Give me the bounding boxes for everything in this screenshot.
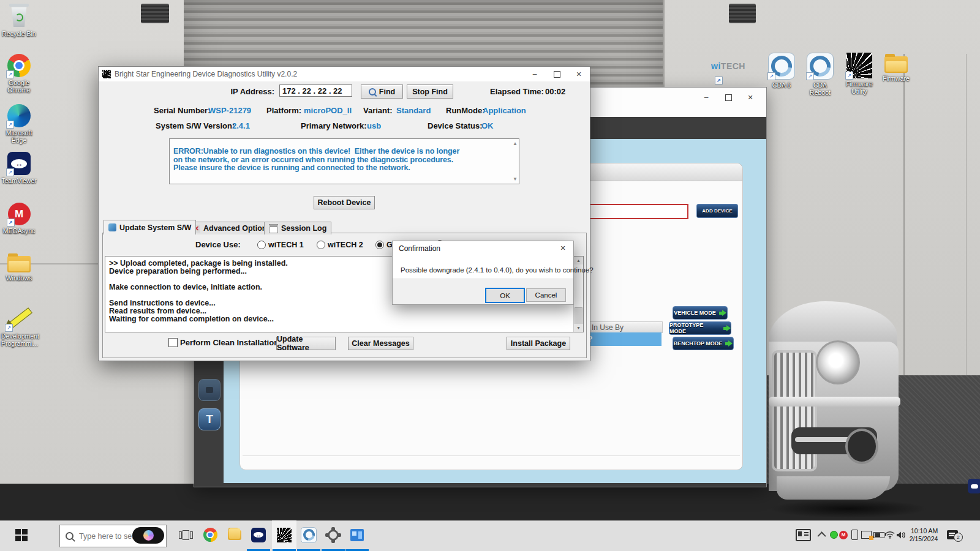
icon-label: TeamViewer bbox=[1, 177, 37, 184]
search-input[interactable] bbox=[78, 531, 135, 541]
diagnostics-message-box[interactable]: ERROR:Unable to run diagnostics on this … bbox=[169, 138, 519, 184]
taskbar-teamviewer[interactable] bbox=[246, 520, 271, 549]
tray-wifi[interactable] bbox=[884, 520, 895, 549]
task-view-button[interactable] bbox=[173, 520, 198, 549]
cancel-button[interactable]: Cancel bbox=[526, 288, 566, 302]
teamviewer-icon bbox=[251, 528, 266, 542]
car-headlight bbox=[816, 340, 860, 384]
tray-news-button[interactable] bbox=[793, 520, 813, 549]
desktop-icon-firmware-utility[interactable]: Firmware Utility bbox=[842, 53, 877, 95]
taskbar-search[interactable] bbox=[59, 525, 167, 547]
reboot-device-button[interactable]: Reboot Device bbox=[314, 196, 375, 209]
tray-expand-button[interactable] bbox=[817, 520, 828, 549]
sw-version-label: System S/W Version: bbox=[156, 121, 235, 130]
tray-megasync[interactable] bbox=[838, 520, 849, 549]
tab-advanced-options[interactable]: Advanced Options bbox=[187, 222, 276, 234]
ok-button[interactable]: OK bbox=[485, 288, 525, 303]
clear-messages-button[interactable]: Clear Messages bbox=[348, 337, 413, 350]
desktop-icon-windows-folder[interactable]: Windows bbox=[1, 256, 37, 282]
action-center-button[interactable]: 2 bbox=[943, 520, 962, 549]
taskbar-settings[interactable] bbox=[321, 520, 345, 549]
desktop-icon-recycle-bin[interactable]: Recycle Bin bbox=[1, 4, 37, 37]
primary-network-label: Primary Network: bbox=[301, 121, 367, 130]
stop-find-button[interactable]: Stop Find bbox=[407, 84, 453, 99]
start-button[interactable] bbox=[9, 520, 34, 549]
ip-address-label: IP Address: bbox=[221, 87, 274, 96]
desktop-icon-witech[interactable]: wiTECH bbox=[710, 61, 746, 80]
scroll-down-icon[interactable]: ▼ bbox=[513, 176, 518, 182]
cda-icon bbox=[768, 53, 795, 80]
clock-date: 2/15/2024 bbox=[910, 535, 938, 543]
platform-value: microPOD_II bbox=[304, 106, 352, 115]
radio-witech2[interactable] bbox=[317, 241, 325, 249]
find-button[interactable]: Find bbox=[361, 84, 403, 99]
scrollbar-thumb[interactable] bbox=[575, 307, 582, 324]
sidebar-tool-icon[interactable] bbox=[198, 379, 221, 401]
tray-volume[interactable] bbox=[895, 520, 907, 549]
cda-reboot-icon bbox=[807, 53, 834, 80]
radio-witech2-label: wiTECH 2 bbox=[328, 241, 363, 249]
desktop-icon-cda6[interactable]: CDA 6 bbox=[764, 53, 799, 89]
taskbar-file-explorer[interactable] bbox=[222, 520, 247, 549]
cancel-label: Cancel bbox=[535, 291, 557, 299]
desktop-icon-firmware-folder[interactable]: Firmware bbox=[878, 56, 914, 82]
taskbar-cda[interactable] bbox=[296, 520, 321, 549]
ip-address-input[interactable] bbox=[279, 84, 352, 97]
search-icon bbox=[66, 532, 74, 540]
icon-label: Recycle Bin bbox=[1, 30, 37, 37]
icon-label: Development Programmi... bbox=[1, 332, 37, 347]
scroll-up-icon[interactable]: ▲ bbox=[574, 257, 583, 264]
desktop-icon-teamviewer[interactable]: TeamViewer bbox=[1, 152, 37, 184]
vehicle-mode-button[interactable]: VEHICLE MODE bbox=[673, 306, 728, 320]
minimize-button[interactable] bbox=[524, 67, 546, 81]
tab-session-log[interactable]: Session Log bbox=[264, 222, 331, 234]
tray-phone[interactable] bbox=[849, 520, 860, 549]
tray-clock[interactable]: 10:10 AM 2/15/2024 bbox=[907, 520, 941, 549]
sidebar-t-icon[interactable]: T bbox=[198, 408, 221, 430]
tab-label: Advanced Options bbox=[203, 224, 271, 233]
variant-value: Standard bbox=[396, 106, 431, 115]
minimize-button[interactable] bbox=[695, 90, 717, 105]
desktop-icon-chrome[interactable]: Google Chrome bbox=[1, 54, 37, 94]
benchtop-mode-button[interactable]: BENCHTOP MODE bbox=[673, 337, 734, 350]
desktop-icon-edge[interactable]: Microsoft Edge bbox=[1, 104, 37, 144]
panel-divider bbox=[243, 455, 740, 456]
close-button[interactable] bbox=[568, 67, 590, 81]
main-window-titlebar[interactable]: Bright Star Engineering Device Diagnosti… bbox=[99, 67, 590, 81]
speaker-right bbox=[729, 4, 756, 23]
install-package-button[interactable]: Install Package bbox=[507, 337, 570, 350]
recycle-bin-icon bbox=[9, 4, 29, 28]
find-label: Find bbox=[379, 88, 395, 96]
radio-witech1[interactable] bbox=[257, 241, 266, 249]
close-button[interactable] bbox=[739, 90, 761, 105]
green-arrow-icon bbox=[725, 340, 733, 347]
app-window-icon bbox=[350, 529, 364, 541]
desktop-icon-development[interactable]: Development Programmi... bbox=[1, 306, 37, 347]
task-view-icon bbox=[179, 530, 193, 540]
tab-label: Session Log bbox=[281, 224, 326, 233]
taskbar-firmware-utility[interactable] bbox=[272, 520, 296, 549]
update-software-button[interactable]: Update Software bbox=[276, 337, 336, 350]
desktop-icon-megasync[interactable]: MEGAsync bbox=[1, 203, 37, 234]
taskbar-chrome[interactable] bbox=[198, 520, 222, 549]
tray-display[interactable] bbox=[860, 520, 872, 549]
add-device-button[interactable]: ADD DEVICE bbox=[696, 204, 738, 218]
tray-battery[interactable] bbox=[872, 520, 886, 549]
scroll-up-icon[interactable]: ▲ bbox=[513, 141, 518, 146]
maximize-button[interactable] bbox=[717, 90, 739, 105]
ok-label: OK bbox=[500, 292, 510, 299]
tab-update-system-sw[interactable]: Update System S/W bbox=[104, 220, 196, 234]
desktop-icon-cda-reboot[interactable]: CDA Reboot bbox=[802, 53, 838, 96]
green-arrow-icon bbox=[723, 325, 731, 331]
perform-clean-install-checkbox[interactable] bbox=[168, 338, 178, 347]
teamviewer-watermark-icon bbox=[968, 479, 980, 493]
green-status-icon bbox=[830, 531, 838, 539]
scroll-down-icon[interactable]: ▼ bbox=[574, 324, 583, 332]
maximize-button[interactable] bbox=[546, 67, 568, 81]
prototype-mode-button[interactable]: PROTOTYPE MODE bbox=[669, 321, 731, 335]
serial-number-value: WSP-21279 bbox=[208, 106, 251, 115]
close-icon[interactable] bbox=[552, 241, 573, 255]
copilot-button[interactable] bbox=[132, 527, 164, 544]
radio-general[interactable] bbox=[375, 241, 384, 249]
taskbar-app-window[interactable] bbox=[345, 520, 369, 549]
